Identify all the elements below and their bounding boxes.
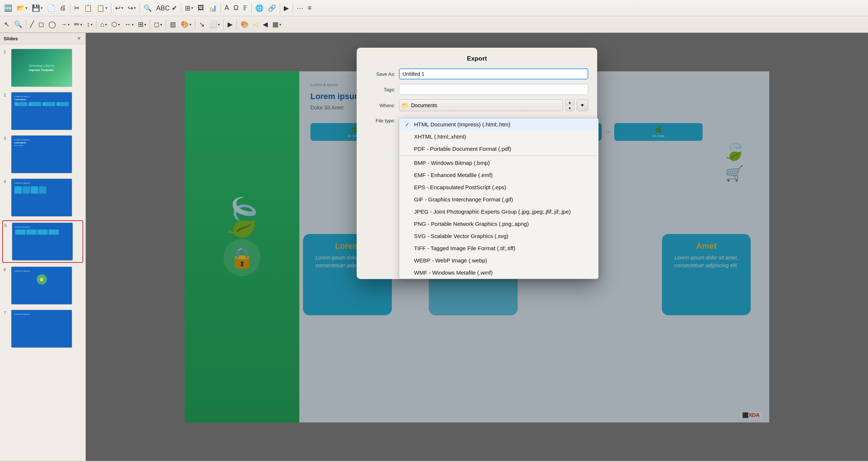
slide-item-2[interactable]: 2 Lorem & Ipsum Lorem Ipsum 01 02 03 04 [2, 91, 83, 132]
link-button[interactable]: 🔗 [266, 3, 278, 13]
undo-button[interactable]: ↩▾ [113, 3, 125, 13]
dropdown-item-jpeg[interactable]: JPEG - Joint Photographic Experts Group … [399, 205, 598, 218]
slide-thumb-3: Lorem & Ipsum Lorem Ipsum Dolor Sit Amet [11, 135, 72, 173]
tags-row: Tags: [366, 84, 588, 95]
filetype-dropdown[interactable]: ✓ HTML Document (Impress) (.html;.htm) X… [399, 118, 599, 279]
image-button[interactable]: 🖼 [196, 3, 206, 13]
flowchart-button[interactable]: ⬡▾ [110, 19, 122, 30]
expand-button[interactable]: ▼ [576, 99, 588, 111]
save-as-row: Save As: [366, 68, 588, 79]
draw-freehand-button[interactable]: ✏▾ [72, 19, 84, 30]
toolbar-sep-1 [70, 3, 70, 13]
stepper-down[interactable]: ▼ [566, 105, 574, 111]
dialog-title: Export [366, 55, 588, 62]
slide-number-3: 3 [4, 135, 9, 140]
toolbar-sep-4 [181, 3, 181, 13]
toolbar-sep-12 [166, 19, 166, 30]
slides-panel-close[interactable]: × [76, 35, 82, 42]
slide-number-1: 1 [4, 49, 9, 54]
dropdown-item-xhtml[interactable]: XHTML (.html;.xhtml) [399, 130, 598, 143]
dropdown-item-wmf[interactable]: WMF - Windows Metafile (.wmf) [399, 266, 598, 279]
dropdown-label-emf: EMF - Enhanced Metafile (.emf) [414, 172, 493, 178]
crop-button[interactable]: ↘ [197, 19, 206, 30]
save-as-input[interactable] [399, 68, 588, 79]
shape-button[interactable]: ⌂▾ [98, 20, 109, 30]
dropdown-item-gif[interactable]: GIF - Graphics Interchange Format (.gif) [399, 193, 598, 205]
find-button[interactable]: 🔍 [142, 3, 154, 13]
slide-item-7[interactable]: 7 Lorem & Ipsum [2, 308, 83, 349]
canvas-area: 🍃 🔒 Lorem & Ipsum Lorem ipsum Dolor Sit … [86, 33, 868, 461]
slideshow-button[interactable]: ▶ [226, 19, 235, 30]
dropdown-item-tiff[interactable]: TIFF - Tagged Image File Format (.tif;.t… [399, 242, 598, 254]
toolbar-sep-15 [236, 19, 237, 30]
toolbar-sep-10 [96, 19, 97, 30]
dropdown-item-webp[interactable]: WEBP - WebP Image (.webp) [399, 254, 598, 266]
slide-number-4: 4 [4, 179, 9, 184]
copy-button[interactable]: 📋 [82, 3, 94, 13]
slides-list: 1 Growing Liberty Impress Template 2 Lor… [0, 44, 85, 461]
dropdown-item-pdf[interactable]: PDF - Portable Document Format (.pdf) [399, 143, 598, 155]
open-button[interactable]: 📂▾ [15, 3, 29, 13]
line-color-button[interactable]: 🎨 [239, 19, 250, 30]
draw-line-button[interactable]: ╱ [28, 19, 36, 30]
more-button-2[interactable]: ≡ [306, 3, 314, 13]
draw-connector-button[interactable]: ↕▾ [85, 20, 94, 30]
fontwork-button[interactable]: 𝔽 [241, 3, 249, 13]
format-more-button[interactable]: ▦▾ [270, 19, 283, 30]
clear-format-button[interactable]: ◀ [261, 19, 270, 30]
save-as-label: Save As: [366, 71, 395, 77]
stepper-up[interactable]: ▲ [566, 100, 574, 105]
redo-button[interactable]: ↪▾ [126, 3, 138, 13]
print-button[interactable]: 🖨 [58, 3, 68, 13]
toolbar-sep-2 [111, 3, 111, 13]
cut-button[interactable]: ✂ [72, 3, 81, 13]
slide-number-5: 5 [4, 222, 10, 228]
save-button[interactable]: 💾▾ [30, 3, 44, 13]
dropdown-item-eps[interactable]: EPS - Encapsulated PostScript (.eps) [399, 181, 598, 193]
new-button[interactable]: 🆕 [2, 3, 14, 13]
slide-number-7: 7 [4, 310, 9, 315]
export-dialog: Export Save As: Tags: Where: 📁 [357, 48, 597, 279]
shadow-button[interactable]: ▥ [168, 19, 178, 30]
slide-item-3[interactable]: 3 Lorem & Ipsum Lorem Ipsum Dolor Sit Am… [2, 134, 83, 175]
draw-rect-button[interactable]: ◻ [37, 19, 46, 30]
paste-button[interactable]: 📋▾ [95, 3, 109, 13]
play-button[interactable]: ▶ [282, 3, 291, 13]
slide-item-4[interactable]: 4 Lorem & Ipsum [2, 177, 83, 218]
dropdown-item-html[interactable]: ✓ HTML Document (Impress) (.html;.htm) [399, 118, 598, 130]
more-button-1[interactable]: ⋯ [295, 3, 305, 13]
dropdown-item-bmp[interactable]: BMP - Windows Bitmap (.bmp) [399, 157, 598, 169]
slide-thumb-6: Lorem & Ipsum ⭐ [11, 266, 72, 305]
slide-thumb-7: Lorem & Ipsum [11, 310, 72, 348]
textbox-button[interactable]: A [223, 3, 231, 13]
tags-input[interactable] [399, 84, 588, 95]
highlight-button[interactable]: ◁ [251, 19, 260, 30]
table-button[interactable]: ⊞▾ [183, 3, 195, 13]
callout-button[interactable]: ↔▾ [122, 20, 135, 30]
toolbar-sep-11 [150, 19, 150, 30]
special-char-button[interactable]: Ω [232, 3, 240, 13]
select-button[interactable]: ↖ [2, 19, 11, 30]
draw-arrow-button[interactable]: →▾ [58, 20, 71, 30]
dropdown-item-emf[interactable]: EMF - Enhanced Metafile (.emf) [399, 169, 598, 181]
draw-ellipse-button[interactable]: ◯ [47, 19, 58, 30]
spellcheck-button[interactable]: ABC ✔ [154, 3, 179, 13]
dropdown-item-svg[interactable]: SVG - Scalable Vector Graphics (.svg) [399, 230, 598, 242]
fill-color-button[interactable]: ◻▾ [152, 19, 164, 30]
star-button[interactable]: ⊞▾ [136, 19, 148, 30]
export-pdf-button[interactable]: 📄 [45, 3, 57, 13]
slide-item-6[interactable]: 6 Lorem & Ipsum ⭐ [2, 265, 83, 306]
slide-item-1[interactable]: 1 Growing Liberty Impress Template [2, 47, 83, 88]
toolbar-sep-3 [139, 3, 140, 13]
dropdown-item-png[interactable]: PNG - Portable Network Graphics (.png;.a… [399, 218, 598, 230]
zoom-button[interactable]: 🔍 [12, 19, 24, 30]
where-stepper[interactable]: ▲ ▼ [565, 99, 574, 111]
rotate-button[interactable]: ⬜▾ [207, 19, 222, 30]
hyperlink-button[interactable]: 🌐 [253, 3, 265, 13]
slide-item-5[interactable]: 5 Lorem & Ipsum 🌿 🌿 🌿 🌿 [2, 220, 83, 263]
where-select[interactable]: 📁 Documents [399, 99, 563, 111]
chart-button[interactable]: 📊 [207, 3, 219, 13]
slide-thumb-5: Lorem & Ipsum 🌿 🌿 🌿 🌿 [12, 222, 73, 261]
effects-button[interactable]: 🎨▾ [179, 19, 193, 30]
slides-panel-title: Slides [4, 36, 18, 41]
